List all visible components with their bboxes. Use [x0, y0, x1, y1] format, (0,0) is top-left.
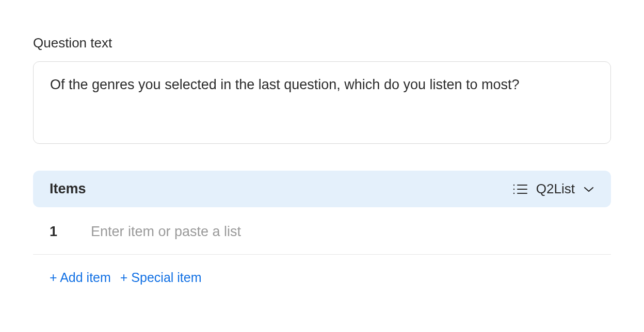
- items-list: 1: [33, 207, 611, 255]
- question-text-input[interactable]: [33, 61, 611, 144]
- svg-point-1: [513, 188, 514, 189]
- svg-point-2: [513, 192, 514, 193]
- items-header-label: Items: [50, 181, 86, 197]
- list-icon: [512, 183, 528, 195]
- item-text-input[interactable]: [91, 224, 594, 240]
- chevron-down-icon: [583, 186, 594, 193]
- items-source-dropdown[interactable]: Q2List: [512, 181, 594, 197]
- question-editor-card: Question text Items Q2List: [0, 0, 644, 332]
- items-actions: + Add item + Special item: [33, 255, 611, 285]
- add-item-button[interactable]: + Add item: [50, 270, 111, 285]
- item-index: 1: [50, 224, 58, 240]
- item-row: 1: [33, 207, 611, 255]
- items-source-name: Q2List: [536, 181, 575, 197]
- question-text-label: Question text: [33, 35, 611, 51]
- svg-point-0: [513, 184, 514, 185]
- items-header: Items Q2List: [33, 171, 611, 207]
- add-special-item-button[interactable]: + Special item: [120, 270, 202, 285]
